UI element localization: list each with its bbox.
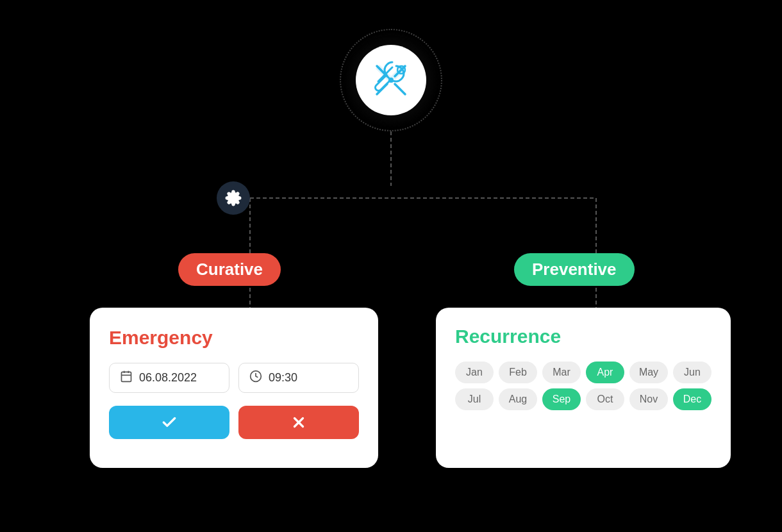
month-pill-sep[interactable]: Sep xyxy=(542,388,581,410)
time-field[interactable]: 09:30 xyxy=(238,363,359,393)
month-pill-dec[interactable]: Dec xyxy=(673,388,711,410)
month-pill-nov[interactable]: Nov xyxy=(629,388,668,410)
cancel-button[interactable] xyxy=(238,406,359,439)
confirm-button[interactable] xyxy=(109,406,229,439)
gear-node xyxy=(217,181,250,215)
preventive-text: Preventive xyxy=(532,260,617,279)
tools-icon xyxy=(372,61,410,99)
month-pill-jun[interactable]: Jun xyxy=(673,362,711,383)
month-pill-may[interactable]: May xyxy=(629,362,668,383)
curative-label: Curative xyxy=(178,253,281,286)
month-grid: JanFebMarAprMayJunJulAugSepOctNovDec xyxy=(455,362,711,410)
month-pill-jul[interactable]: Jul xyxy=(455,388,494,410)
diagram-container: Curative Preventive Emergency 06.08.2022 xyxy=(38,16,744,516)
svg-point-7 xyxy=(388,78,394,83)
top-icon-outer-ring xyxy=(340,29,442,131)
top-icon-inner-circle xyxy=(356,45,426,115)
date-value: 06.08.2022 xyxy=(139,371,197,385)
month-pill-oct[interactable]: Oct xyxy=(586,388,624,410)
top-icon-circle xyxy=(340,29,442,131)
gear-icon xyxy=(225,190,242,206)
calendar-icon xyxy=(120,370,133,386)
recurrence-title: Recurrence xyxy=(455,326,711,347)
curative-text: Curative xyxy=(196,260,263,279)
action-row xyxy=(109,406,359,439)
recurrence-card: Recurrence JanFebMarAprMayJunJulAugSepOc… xyxy=(436,308,731,468)
time-value: 09:30 xyxy=(269,371,297,385)
preventive-label: Preventive xyxy=(514,253,635,286)
clock-icon xyxy=(249,370,262,386)
date-time-row: 06.08.2022 09:30 xyxy=(109,363,359,393)
month-pill-apr[interactable]: Apr xyxy=(586,362,624,383)
month-pill-aug[interactable]: Aug xyxy=(499,388,537,410)
month-pill-feb[interactable]: Feb xyxy=(499,362,537,383)
emergency-title: Emergency xyxy=(109,327,359,349)
month-pill-jan[interactable]: Jan xyxy=(455,362,494,383)
emergency-card: Emergency 06.08.2022 xyxy=(90,308,378,468)
month-pill-mar[interactable]: Mar xyxy=(542,362,581,383)
date-field[interactable]: 06.08.2022 xyxy=(109,363,229,393)
svg-rect-8 xyxy=(122,372,131,381)
